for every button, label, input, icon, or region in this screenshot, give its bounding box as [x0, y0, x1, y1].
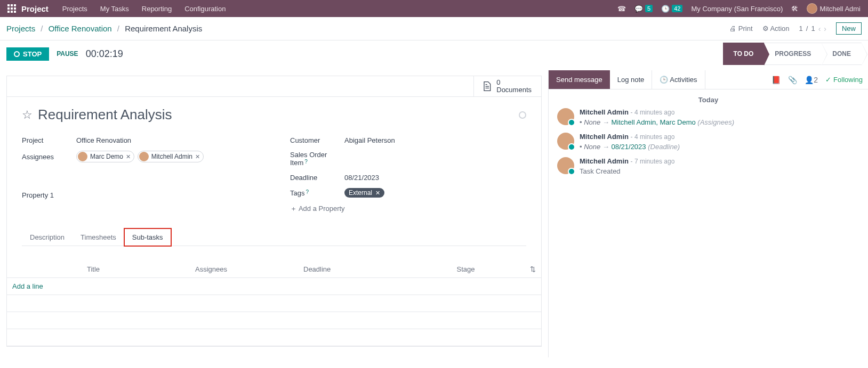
activities-badge: 42 [672, 5, 682, 12]
msg-time: - 7 minutes ago [631, 158, 675, 165]
priority-toggle[interactable] [519, 111, 526, 119]
action-button[interactable]: ⚙ Action [762, 24, 790, 32]
stage-todo[interactable]: TO DO [723, 43, 765, 65]
feed-message: Mitchell Admin - 4 minutes ago • None → … [557, 133, 859, 151]
field-deadline[interactable]: 08/21/2023 [344, 174, 526, 182]
subheader: Projects / Office Renovation / Requireme… [0, 17, 868, 40]
feed-today-label: Today [557, 96, 859, 104]
pager-current: 1 [799, 24, 803, 32]
label-deadline: Deadline [290, 174, 338, 182]
followers-button[interactable]: 👤2 [805, 76, 818, 84]
avatar-icon [557, 133, 574, 150]
subtask-grid-header: Title Assignees Deadline Stage ⇅ [7, 261, 541, 278]
msg-link[interactable]: 08/21/2023 [612, 143, 646, 151]
log-note-button[interactable]: Log note [610, 70, 652, 89]
remove-assignee-icon[interactable]: ✕ [126, 153, 131, 160]
field-assignees[interactable]: Marc Demo✕ Mitchell Admin✕ [76, 151, 258, 163]
msg-link[interactable]: Mitchell Admin, Marc Demo [612, 118, 696, 126]
new-button[interactable]: New [836, 22, 862, 35]
stage-progress[interactable]: PROGRESS [764, 43, 822, 65]
nav-projects[interactable]: Projects [62, 5, 87, 13]
crumb-project[interactable]: Office Renovation [49, 24, 112, 33]
field-project[interactable]: Office Renovation [76, 136, 258, 144]
form-sheet: 0Documents ☆ Requirement Analysis Projec… [6, 76, 542, 347]
pager: 1 / 1 ‹ › [799, 24, 826, 33]
message-feed: Today Mitchell Admin - 4 minutes ago • N… [549, 89, 868, 188]
user-name: Mitchell Admi [819, 5, 861, 13]
stop-button[interactable]: STOP [6, 47, 49, 61]
msg-author[interactable]: Mitchell Admin [580, 133, 629, 141]
label-project: Project [22, 136, 70, 144]
field-customer[interactable]: Abigail Peterson [344, 136, 526, 144]
col-assignees[interactable]: Assignees [195, 265, 303, 273]
feed-message: Mitchell Admin - 7 minutes ago Task Crea… [557, 157, 859, 175]
documents-statbutton[interactable]: 0Documents [473, 76, 541, 96]
col-deadline[interactable]: Deadline [303, 265, 412, 273]
timer-row: STOP PAUSE 00:02:19 TO DO PROGRESS DONE [0, 40, 868, 70]
documents-label: Documents [496, 86, 532, 94]
chatter-pane: Send message Log note 🕒 Activities 📕 📎 👤… [548, 70, 868, 357]
pager-prev-icon[interactable]: ‹ [818, 24, 821, 33]
nav-my-tasks[interactable]: My Tasks [100, 5, 129, 13]
pager-next-icon[interactable]: › [824, 24, 826, 33]
messages-icon[interactable]: 💬5 [634, 5, 653, 13]
bookmark-icon[interactable]: 📕 [771, 76, 781, 84]
messages-badge: 5 [645, 5, 653, 12]
activities-clock-icon[interactable]: 🕒42 [661, 5, 682, 13]
document-icon [481, 80, 492, 93]
add-property-button[interactable]: ＋ Add a Property [290, 204, 345, 214]
crumb-projects[interactable]: Projects [6, 24, 35, 33]
star-icon[interactable]: ☆ [22, 108, 33, 122]
label-property1: Property 1 [22, 191, 70, 199]
print-button[interactable]: 🖨 Print [729, 24, 752, 32]
user-menu[interactable]: Mitchell Admi [807, 3, 861, 14]
help-icon[interactable]: ? [304, 159, 308, 165]
remove-assignee-icon[interactable]: ✕ [195, 153, 200, 160]
avatar-icon [139, 152, 149, 161]
msg-text: Task Created [580, 167, 674, 175]
assignee-chip[interactable]: Mitchell Admin✕ [138, 151, 204, 162]
following-button[interactable]: ✓ Following [825, 76, 863, 84]
task-title[interactable]: Requirement Analysis [38, 107, 172, 123]
stage-done[interactable]: DONE [822, 43, 862, 65]
field-tags[interactable]: External✕ [344, 188, 526, 198]
stop-icon [14, 51, 20, 57]
table-row: Add a line [7, 278, 541, 295]
msg-author[interactable]: Mitchell Admin [580, 157, 629, 165]
top-navbar: Project Projects My Tasks Reporting Conf… [0, 0, 868, 17]
feed-message: Mitchell Admin - 4 minutes ago • None → … [557, 108, 859, 126]
send-message-button[interactable]: Send message [549, 70, 610, 89]
help-icon[interactable]: ? [306, 189, 309, 195]
app-brand[interactable]: Project [21, 4, 49, 13]
col-stage[interactable]: Stage [412, 265, 520, 273]
table-row [7, 295, 541, 312]
pause-button[interactable]: PAUSE [57, 50, 78, 58]
wrench-icon[interactable]: 🛠 [791, 5, 798, 13]
table-row [7, 329, 541, 346]
tab-description[interactable]: Description [22, 228, 73, 246]
tab-subtasks[interactable]: Sub-tasks [124, 228, 171, 246]
assignee-chip[interactable]: Marc Demo✕ [76, 151, 134, 162]
phone-icon[interactable]: ☎ [617, 5, 626, 13]
main-pane: 0Documents ☆ Requirement Analysis Projec… [0, 70, 548, 357]
tab-timesheets[interactable]: Timesheets [73, 228, 124, 246]
pager-total: 1 [811, 24, 815, 32]
grid-options-icon[interactable]: ⇅ [520, 265, 536, 273]
tag-chip[interactable]: External✕ [344, 188, 384, 198]
label-customer: Customer [290, 136, 338, 144]
add-line-button[interactable]: Add a line [12, 282, 43, 290]
avatar-icon [78, 152, 87, 161]
label-tags: Tags? [290, 189, 338, 197]
apps-icon[interactable] [7, 4, 16, 13]
nav-reporting[interactable]: Reporting [142, 5, 172, 13]
crumb-task: Requirement Analysis [125, 24, 202, 33]
timer-elapsed: 00:02:19 [86, 48, 123, 60]
msg-author[interactable]: Mitchell Admin [580, 108, 629, 116]
activities-button[interactable]: 🕒 Activities [652, 70, 705, 89]
nav-configuration[interactable]: Configuration [184, 5, 226, 13]
remove-tag-icon[interactable]: ✕ [375, 190, 380, 197]
col-title[interactable]: Title [87, 265, 195, 273]
attachment-icon[interactable]: 📎 [788, 76, 797, 84]
avatar-icon [557, 157, 574, 174]
company-switcher[interactable]: My Company (San Francisco) [691, 5, 783, 13]
